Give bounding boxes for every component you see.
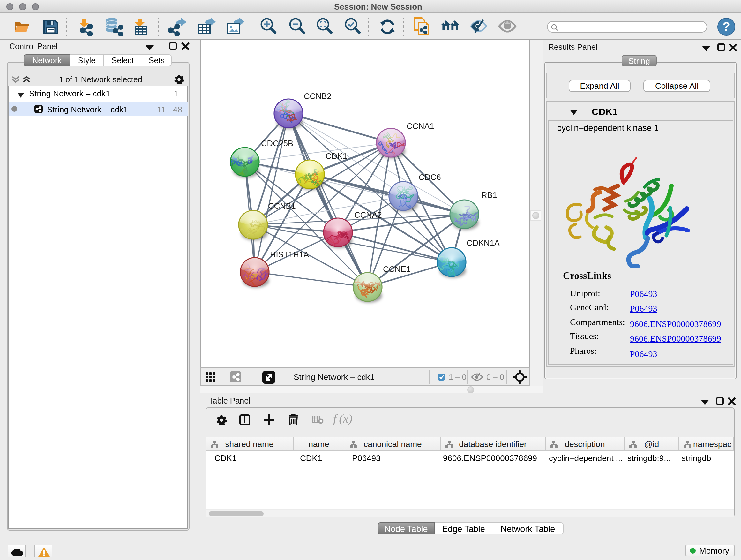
svg-text:RB1: RB1: [481, 191, 497, 199]
svg-text:HIST1H1A: HIST1H1A: [270, 250, 309, 259]
svg-text:CDK1: CDK1: [326, 152, 347, 161]
svg-text:CDC25B: CDC25B: [261, 139, 293, 148]
svg-text:CCNB2: CCNB2: [304, 91, 332, 101]
svg-text:CCNB1: CCNB1: [268, 201, 296, 210]
svg-text:CCNA2: CCNA2: [354, 210, 382, 219]
svg-text:CDKN1A: CDKN1A: [467, 239, 500, 247]
svg-text:CCNA1: CCNA1: [407, 122, 434, 131]
svg-text:CCNE1: CCNE1: [383, 265, 411, 273]
svg-text:CDC6: CDC6: [419, 173, 441, 182]
